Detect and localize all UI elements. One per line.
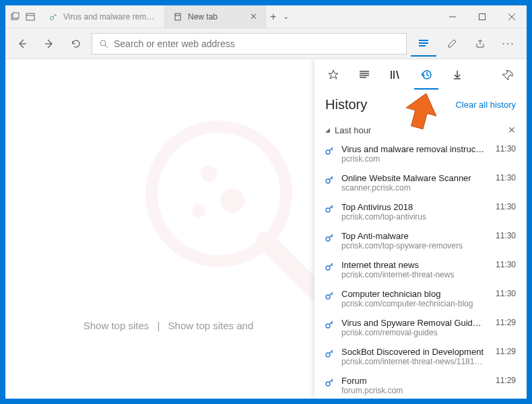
- toolbar: ···: [5, 28, 527, 59]
- svg-line-37: [331, 149, 333, 150]
- more-button[interactable]: ···: [496, 31, 521, 57]
- history-item-time: 11:30: [496, 173, 516, 182]
- close-window-button[interactable]: [497, 5, 527, 28]
- new-tab-button[interactable]: +: [270, 11, 276, 23]
- clear-history-link[interactable]: Clear all history: [455, 100, 516, 110]
- history-item-title: Forum: [341, 376, 485, 386]
- favorites-tab[interactable]: [323, 64, 344, 86]
- svg-rect-1: [13, 13, 19, 18]
- chevron-down-icon[interactable]: ⌄: [283, 12, 289, 21]
- hint-right[interactable]: Show top sites and: [168, 320, 254, 331]
- history-item-url: pcrisk.com/computer-technician-blog: [341, 299, 485, 308]
- pin-panel-button[interactable]: [497, 64, 519, 86]
- history-item[interactable]: Top Anti-malwarepcrisk.com/top-spyware-r…: [314, 226, 527, 255]
- tab-label: Virus and malware removal: [63, 12, 156, 22]
- close-icon[interactable]: ✕: [508, 125, 516, 135]
- history-item-url: scanner.pcrisk.com: [341, 183, 485, 193]
- svg-point-22: [201, 166, 217, 182]
- history-item[interactable]: Top Antivirus 2018pcrisk.com/top-antivir…: [314, 197, 527, 226]
- key-icon: [324, 348, 335, 359]
- svg-line-49: [331, 265, 333, 266]
- history-item-url: pcrisk.com/removal-guides: [341, 328, 485, 337]
- group-title: Last hour: [335, 125, 508, 135]
- svg-point-15: [100, 40, 106, 46]
- history-item-url: forum.pcrisk.com: [341, 386, 485, 395]
- key-icon: [324, 290, 335, 301]
- key-icon: [324, 203, 335, 214]
- history-item-title: Top Antivirus 2018: [341, 202, 485, 212]
- page-content: Show top sites | Show top sites and: [5, 59, 527, 399]
- tab-preview-button[interactable]: [8, 9, 23, 24]
- svg-line-6: [55, 15, 57, 16]
- key-icon: [324, 261, 335, 272]
- tab-virus-removal[interactable]: Virus and malware removal: [40, 5, 165, 28]
- downloads-tab[interactable]: [446, 64, 468, 86]
- svg-line-46: [331, 236, 333, 237]
- history-item[interactable]: SockBot Discovered in Developmentpcrisk.…: [314, 342, 527, 371]
- history-item-time: 11:30: [496, 144, 516, 154]
- share-button[interactable]: [467, 31, 493, 57]
- reading-list-tab[interactable]: [354, 64, 375, 86]
- svg-rect-2: [26, 13, 34, 20]
- svg-line-58: [331, 351, 333, 353]
- key-icon: [324, 232, 335, 243]
- refresh-button[interactable]: [65, 32, 88, 55]
- svg-line-31: [397, 71, 399, 79]
- tab-new-tab[interactable]: New tab ✕: [165, 5, 266, 28]
- history-item-time: 11:29: [496, 318, 516, 327]
- key-icon: [324, 145, 335, 156]
- history-tab[interactable]: [415, 64, 437, 86]
- history-item-time: 11:29: [496, 376, 516, 385]
- history-item[interactable]: Online Website Malware Scannerscanner.pc…: [314, 168, 527, 197]
- history-item-title: Virus and Spyware Removal Guides, unins: [341, 318, 485, 328]
- title-bar: Virus and malware removal New tab ✕ + ⌄: [5, 5, 527, 28]
- history-item-time: 11:29: [496, 347, 516, 356]
- history-item-time: 11:30: [496, 260, 516, 269]
- svg-line-61: [331, 380, 333, 382]
- svg-line-52: [331, 294, 333, 295]
- search-icon: [99, 39, 108, 48]
- history-item[interactable]: Computer technician blogpcrisk.com/compu…: [314, 284, 527, 313]
- history-item[interactable]: Virus and malware removal instructions, …: [314, 139, 527, 168]
- history-item-url: pcrisk.com/top-antivirus: [341, 212, 485, 222]
- svg-line-55: [331, 323, 333, 324]
- svg-point-20: [152, 127, 286, 261]
- svg-point-23: [220, 189, 244, 213]
- browser-window: Virus and malware removal New tab ✕ + ⌄: [5, 5, 527, 399]
- key-icon: [48, 12, 58, 22]
- address-bar[interactable]: [92, 33, 407, 55]
- history-item-title: SockBot Discovered in Development: [341, 347, 485, 357]
- panel-title: History: [325, 97, 367, 112]
- history-item-url: pcrisk.com: [341, 154, 485, 164]
- history-item-time: 11:30: [496, 289, 516, 298]
- svg-rect-10: [479, 13, 486, 20]
- history-item-url: pcrisk.com/top-spyware-removers: [341, 241, 485, 250]
- history-item-title: Virus and malware removal instructions, …: [341, 144, 485, 154]
- books-tab[interactable]: [385, 64, 406, 86]
- key-icon: [324, 174, 335, 185]
- history-item[interactable]: Internet threat newspcrisk.com/internet-…: [314, 255, 527, 284]
- history-item-title: Online Website Malware Scanner: [341, 173, 485, 183]
- history-item[interactable]: Forumforum.pcrisk.com11:29: [314, 371, 527, 399]
- hub-panel: History Clear all history ◢ Last hour ✕ …: [314, 59, 527, 399]
- hint-left[interactable]: Show top sites: [84, 320, 149, 331]
- history-group-header[interactable]: ◢ Last hour ✕: [314, 121, 527, 139]
- svg-rect-7: [175, 13, 180, 20]
- forward-button[interactable]: [38, 32, 61, 55]
- history-item-title: Top Anti-malware: [341, 231, 485, 241]
- chevron-down-icon: ◢: [325, 127, 335, 133]
- close-icon[interactable]: ✕: [250, 11, 257, 22]
- maximize-button[interactable]: [467, 5, 497, 28]
- svg-line-43: [331, 207, 333, 208]
- tab-label: New tab: [188, 12, 244, 22]
- back-button[interactable]: [11, 32, 34, 55]
- history-item[interactable]: Virus and Spyware Removal Guides, uninsp…: [314, 313, 527, 342]
- minimize-button[interactable]: [438, 5, 467, 28]
- tab-actions-button[interactable]: [23, 9, 38, 24]
- history-item-time: 11:30: [496, 231, 516, 240]
- page-icon: [173, 12, 182, 22]
- notes-button[interactable]: [439, 31, 465, 57]
- svg-point-24: [192, 204, 205, 217]
- address-input[interactable]: [114, 38, 399, 49]
- hub-button[interactable]: [411, 31, 436, 57]
